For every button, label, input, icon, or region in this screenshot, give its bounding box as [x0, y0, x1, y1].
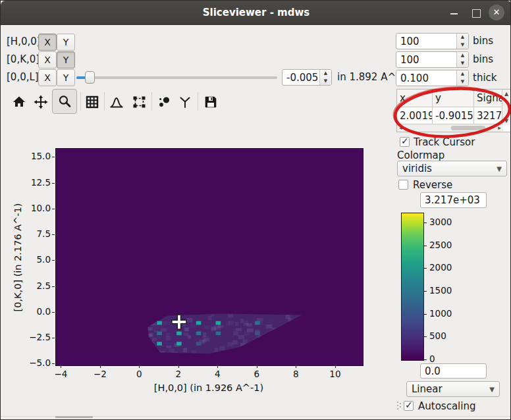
reverse-label: Reverse [413, 179, 452, 191]
scroll-left-icon[interactable]: ◂ [397, 124, 404, 132]
spin-down-icon[interactable]: ▼ [457, 41, 468, 49]
tick-label: −4 [46, 369, 75, 379]
spin-up-icon[interactable]: ▲ [457, 34, 468, 41]
h00-y-button[interactable]: Y [57, 34, 75, 51]
home-button[interactable] [11, 93, 28, 111]
roi-button[interactable] [130, 93, 148, 111]
tick-mark [52, 338, 55, 338]
slice-slider-track[interactable] [76, 76, 277, 79]
spin-down-icon[interactable]: ▼ [320, 78, 331, 86]
spin-arrows[interactable]: ▲▼ [456, 52, 468, 67]
bragg-peak [157, 321, 162, 325]
title-bar: Sliceviewer - mdws ✕ [1, 1, 511, 25]
00l-x-button[interactable]: X [38, 69, 57, 86]
spin-arrows[interactable]: ▲▼ [456, 70, 468, 86]
splitter-handle[interactable] [397, 402, 398, 403]
spin-down-icon[interactable]: ▼ [457, 60, 468, 68]
spin-up-icon[interactable]: ▲ [320, 70, 331, 78]
scroll-up-icon[interactable]: ▲ [502, 90, 510, 98]
bragg-peak [176, 342, 182, 346]
table-horizontal-scrollbar[interactable]: ◂ ▸ [397, 124, 503, 132]
tick-label [423, 291, 427, 292]
nonorthogonal-axes-button[interactable] [176, 93, 194, 111]
bins-y-input[interactable] [396, 52, 456, 67]
zoom-button[interactable] [52, 89, 77, 114]
roi-icon [132, 95, 147, 109]
spin-up-icon[interactable]: ▲ [457, 52, 468, 60]
spin-arrows[interactable]: ▲▼ [456, 34, 468, 49]
autoscaling-checkbox[interactable] [404, 401, 414, 411]
slice-value-spinbox[interactable]: ▲▼ [282, 69, 332, 86]
chevron-down-icon: ▼ [497, 165, 506, 172]
bragg-peak [216, 332, 221, 336]
colormap-select[interactable]: viridis ▼ [397, 161, 507, 176]
tick-label: 3000 [429, 217, 452, 227]
column-header-x[interactable]: x [397, 90, 433, 107]
thickness-spinbox[interactable]: ▲▼ [396, 70, 469, 86]
scale-value: Linear [412, 383, 443, 395]
tick-mark [257, 365, 257, 368]
table-vertical-scrollbar[interactable]: ▲ ▼ [502, 90, 510, 125]
tick-label: 0.0 [23, 306, 51, 317]
reverse-checkbox[interactable] [398, 180, 408, 190]
h00-x-button[interactable]: X [38, 34, 57, 51]
bins-y-spinbox[interactable]: ▲▼ [396, 51, 469, 68]
line-plots-button[interactable] [108, 93, 125, 111]
toolbar-separator [104, 92, 105, 111]
tick-mark [52, 363, 55, 364]
save-button[interactable] [202, 93, 219, 111]
bins-x-spinbox[interactable]: ▲▼ [396, 33, 469, 49]
close-button[interactable]: ✕ [489, 5, 504, 20]
tick-label [423, 246, 427, 246]
thickness-input[interactable] [396, 70, 456, 86]
00l-y-button[interactable]: Y [57, 69, 75, 86]
tick-label: −2 [86, 369, 115, 379]
dim-label-0k0: [0,K,0] [7, 51, 40, 67]
scroll-right-icon[interactable]: ▸ [496, 124, 503, 132]
bragg-peak [157, 332, 162, 336]
tick-label: 6 [242, 369, 271, 379]
tick-label: 1500 [429, 285, 452, 296]
table-header-row: x y Signal [397, 90, 510, 107]
tick-mark [335, 365, 336, 368]
grid-button[interactable] [84, 93, 101, 111]
pan-button[interactable] [32, 93, 49, 111]
bins-x-input[interactable] [396, 34, 456, 49]
sliceviewer-window: Sliceviewer - mdws ✕ [H,0,0] X Y [0,K,0]… [0, 0, 511, 420]
maximize-button[interactable] [472, 9, 481, 18]
tick-label [423, 314, 427, 315]
tick-label [423, 336, 427, 337]
spin-up-icon[interactable]: ▲ [457, 70, 468, 78]
bins-x-label: bins [473, 33, 493, 49]
slice-value-input[interactable] [282, 70, 319, 85]
x-axis-label: [H,0,0] (in 1.926 A^-1) [136, 382, 281, 393]
cursor-info-table[interactable]: x y Signal 2.0019 -0.9015 3217 ▲ ▼ ◂ ▸ [396, 89, 511, 132]
0k0-y-button[interactable]: Y [57, 51, 75, 68]
tick-mark [52, 286, 55, 287]
colorbar-min-input[interactable] [420, 363, 487, 379]
pan-icon [34, 95, 48, 109]
tick-mark [52, 157, 55, 157]
colorbar-max-input[interactable] [420, 192, 487, 208]
slice-heatmap-plot[interactable] [55, 148, 363, 366]
track-cursor-checkbox[interactable] [400, 137, 410, 147]
slice-slider-handle[interactable] [85, 71, 95, 84]
bragg-peak [176, 332, 182, 336]
tick-label [423, 223, 427, 223]
scale-select[interactable]: Linear ▼ [406, 381, 500, 397]
tick-mark [52, 260, 55, 261]
column-header-y[interactable]: y [433, 90, 474, 107]
0k0-x-button[interactable]: X [38, 51, 57, 68]
bragg-peak [216, 321, 221, 325]
spin-down-icon[interactable]: ▼ [457, 78, 468, 86]
cell-y-value: -0.9015 [433, 107, 474, 125]
spin-arrows[interactable]: ▲▼ [319, 70, 331, 85]
scroll-down-icon[interactable]: ▼ [502, 117, 510, 125]
tick-label: 2 [164, 369, 193, 379]
minimize-button[interactable] [450, 13, 458, 14]
scrollbar-thumb[interactable] [451, 126, 485, 130]
tick-label: 2.5 [23, 280, 51, 291]
overlay-peaks-button[interactable] [156, 93, 173, 111]
grid-icon [85, 95, 99, 109]
column-header-signal[interactable]: Signal [474, 90, 502, 107]
